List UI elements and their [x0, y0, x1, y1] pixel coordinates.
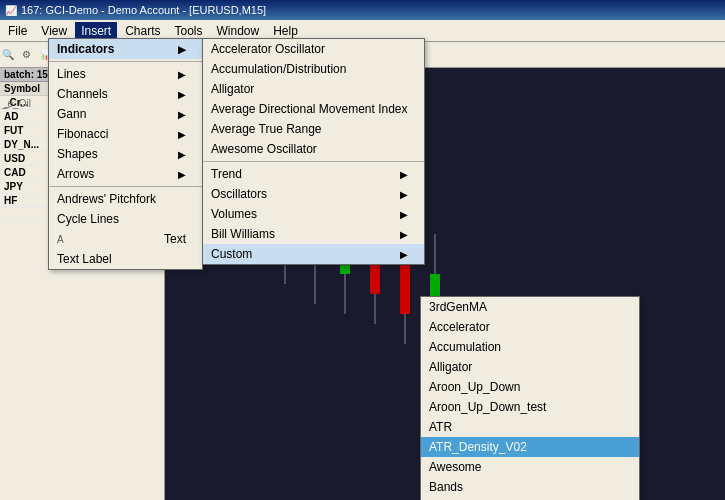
separator-1 — [49, 61, 202, 62]
menu-charts[interactable]: Charts — [119, 22, 166, 40]
insert-menu-gann[interactable]: Gann ▶ — [49, 104, 202, 124]
custom-bands[interactable]: Bands — [421, 477, 639, 497]
insert-menu-channels[interactable]: Channels ▶ — [49, 84, 202, 104]
title-text: 167: GCI-Demo - Demo Account - [EURUSD,M… — [21, 4, 266, 16]
menu-view[interactable]: View — [35, 22, 73, 40]
custom-alligator[interactable]: Alligator — [421, 357, 639, 377]
custom-submenu-dropdown: 3rdGenMA Accelerator Accumulation Alliga… — [420, 296, 640, 500]
insert-menu-andrews[interactable]: Andrews' Pitchfork — [49, 189, 202, 209]
ind-awesome[interactable]: Awesome Oscillator — [203, 139, 424, 159]
menu-help[interactable]: Help — [267, 22, 304, 40]
custom-atr[interactable]: ATR — [421, 417, 639, 437]
ind-average-directional[interactable]: Average Directional Movement Index — [203, 99, 424, 119]
ind-bill-williams[interactable]: Bill Williams ▶ — [203, 224, 424, 244]
insert-menu-lines[interactable]: Lines ▶ — [49, 64, 202, 84]
ind-alligator[interactable]: Alligator — [203, 79, 424, 99]
ind-custom[interactable]: Custom ▶ — [203, 244, 424, 264]
custom-atr-density[interactable]: ATR_Density_V02 — [421, 437, 639, 457]
title-bar: 📈 167: GCI-Demo - Demo Account - [EURUSD… — [0, 0, 725, 20]
insert-menu-arrows[interactable]: Arrows ▶ — [49, 164, 202, 184]
toolbar-placeholder: 🔍 ⚙ 📊 — [2, 49, 52, 60]
menu-tools[interactable]: Tools — [169, 22, 209, 40]
custom-3rdgenma[interactable]: 3rdGenMA — [421, 297, 639, 317]
custom-accumulation[interactable]: Accumulation — [421, 337, 639, 357]
insert-menu-text-label[interactable]: Text Label — [49, 249, 202, 269]
ind-trend[interactable]: Trend ▶ — [203, 164, 424, 184]
ind-average-true[interactable]: Average True Range — [203, 119, 424, 139]
text-icon: A — [57, 234, 77, 245]
insert-menu-fibonacci[interactable]: Fibonacci ▶ — [49, 124, 202, 144]
ind-volumes[interactable]: Volumes ▶ — [203, 204, 424, 224]
menu-window[interactable]: Window — [211, 22, 266, 40]
separator-3 — [203, 161, 424, 162]
insert-menu-dropdown: Indicators ▶ Lines ▶ Channels ▶ Gann ▶ F… — [48, 38, 203, 270]
custom-awesome[interactable]: Awesome — [421, 457, 639, 477]
insert-menu-indicators[interactable]: Indicators ▶ — [49, 39, 202, 59]
custom-aroon-up-down-test[interactable]: Aroon_Up_Down_test — [421, 397, 639, 417]
insert-menu-text[interactable]: A Text — [49, 229, 202, 249]
custom-aroon-up-down[interactable]: Aroon_Up_Down — [421, 377, 639, 397]
title-icon: 📈 — [5, 5, 17, 16]
custom-accelerator[interactable]: Accelerator — [421, 317, 639, 337]
insert-menu-shapes[interactable]: Shapes ▶ — [49, 144, 202, 164]
menu-insert[interactable]: Insert — [75, 22, 117, 40]
ind-oscillators[interactable]: Oscillators ▶ — [203, 184, 424, 204]
indicators-submenu-dropdown: Accelerator Oscillator Accumulation/Dist… — [202, 38, 425, 265]
separator-2 — [49, 186, 202, 187]
insert-menu-cycle-lines[interactable]: Cycle Lines — [49, 209, 202, 229]
menu-file[interactable]: File — [2, 22, 33, 40]
ind-accumulation[interactable]: Accumulation/Distribution — [203, 59, 424, 79]
ind-accelerator[interactable]: Accelerator Oscillator — [203, 39, 424, 59]
